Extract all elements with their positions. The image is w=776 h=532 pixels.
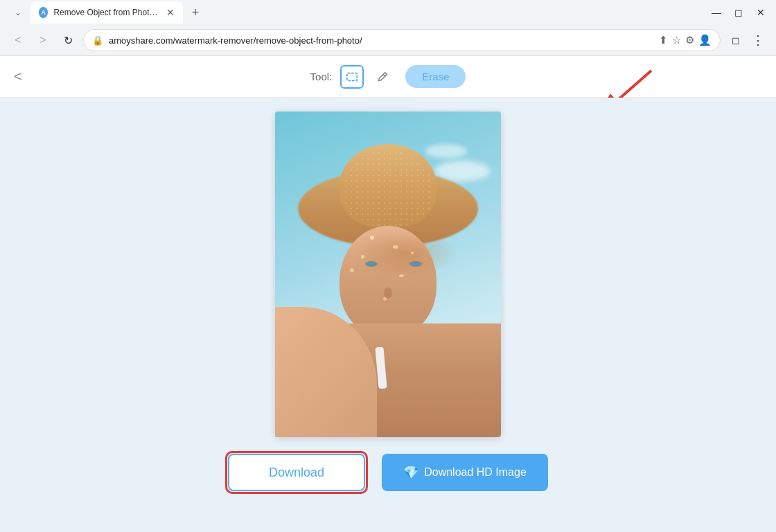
split-screen-icon[interactable]: ◻ (726, 30, 746, 50)
forward-button[interactable]: > (33, 30, 53, 50)
main-content: Download 💎 Download HD Image (0, 98, 776, 532)
download-button-wrapper: Download (228, 454, 365, 491)
download-button[interactable]: Download (228, 454, 365, 491)
close-button[interactable]: ✕ (751, 3, 770, 22)
tool-icons (340, 65, 394, 89)
bottom-buttons: Download 💎 Download HD Image (228, 454, 548, 491)
erase-button[interactable]: Erase (405, 65, 466, 88)
tool-label: Tool: (310, 71, 333, 82)
back-button[interactable]: < (8, 30, 28, 50)
download-hd-button[interactable]: 💎 Download HD Image (382, 454, 548, 491)
chevron-icon[interactable]: ⌄ (8, 3, 28, 22)
back-arrow-button[interactable]: < (14, 69, 22, 85)
minimize-button[interactable]: — (707, 3, 726, 22)
address-text: amoyshare.com/watermark-remover/remove-o… (109, 35, 653, 46)
tab-favicon: A (39, 7, 48, 18)
address-bar-row: < > ↻ 🔒 amoyshare.com/watermark-remover/… (0, 25, 776, 55)
browser-menu[interactable]: ◻ ⋮ (726, 30, 768, 50)
tab-close-icon[interactable]: ✕ (166, 7, 175, 18)
tab-label: Remove Object from Photo Onli... (53, 8, 158, 17)
brush-tool[interactable] (371, 65, 394, 89)
tab-bar: ⌄ A Remove Object from Photo Onli... ✕ +… (0, 0, 776, 25)
browser-tab[interactable]: A Remove Object from Photo Onli... ✕ (30, 1, 183, 24)
svg-rect-0 (347, 73, 357, 80)
window-controls: — ◻ ✕ (707, 3, 770, 22)
download-hd-label: Download HD Image (424, 466, 527, 479)
address-bar[interactable]: 🔒 amoyshare.com/watermark-remover/remove… (83, 29, 721, 51)
photo-container (275, 112, 501, 437)
app-toolbar: < Tool: Erase (0, 56, 776, 98)
maximize-button[interactable]: ◻ (729, 3, 748, 22)
star-icon[interactable]: ☆ (672, 34, 681, 46)
lock-icon: 🔒 (92, 35, 103, 46)
profile-icon[interactable]: 👤 (698, 34, 712, 46)
rectangle-select-tool[interactable] (340, 65, 364, 89)
gem-icon: 💎 (403, 465, 418, 480)
address-actions: ⬆ ☆ ⚙ 👤 (659, 34, 712, 46)
new-tab-button[interactable]: + (186, 3, 205, 22)
menu-icon[interactable]: ⋮ (748, 30, 768, 50)
puzzle-icon[interactable]: ⚙ (685, 34, 694, 46)
refresh-button[interactable]: ↻ (58, 30, 78, 50)
share-icon[interactable]: ⬆ (659, 34, 668, 46)
